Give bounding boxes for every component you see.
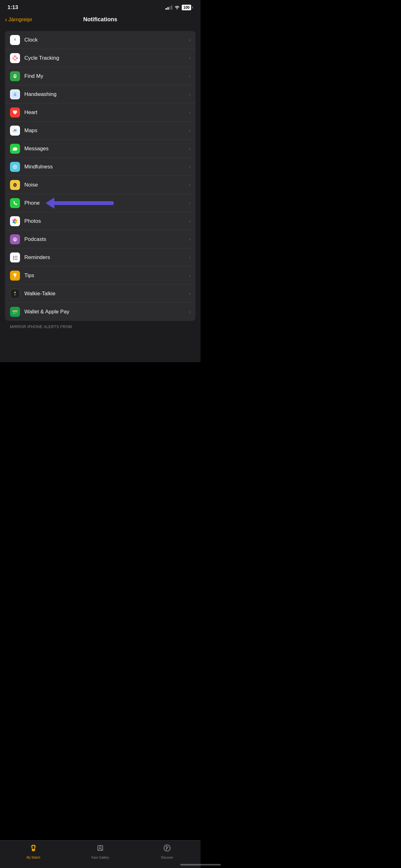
list-item[interactable]: Noise › — [5, 176, 196, 194]
list-item[interactable]: Tips › — [5, 267, 196, 285]
svg-point-11 — [12, 58, 13, 59]
svg-rect-57 — [12, 311, 18, 312]
chevron-right-icon: › — [189, 237, 191, 242]
battery-level: 100 — [182, 5, 191, 10]
list-item[interactable]: Clock › — [5, 31, 196, 49]
maps-app-icon — [10, 126, 20, 135]
svg-rect-24 — [11, 199, 19, 207]
list-item[interactable]: Heart › — [5, 103, 196, 122]
messages-app-icon — [10, 144, 20, 154]
chevron-right-icon: › — [189, 273, 191, 278]
item-label: Messages — [24, 146, 189, 152]
list-item[interactable]: Maps › — [5, 122, 196, 140]
item-label: Clock — [24, 37, 189, 43]
chevron-right-icon: › — [189, 182, 191, 188]
item-label: Tips — [24, 273, 189, 279]
list-item[interactable]: Wallet & Apple Pay › — [5, 303, 196, 321]
svg-point-37 — [13, 257, 14, 258]
item-label: Handwashing — [24, 91, 189, 97]
svg-line-47 — [13, 273, 14, 274]
chevron-right-icon: › — [189, 146, 191, 152]
wallet-app-icon — [10, 307, 20, 317]
item-label: Photos — [24, 218, 189, 224]
item-label: Mindfulness — [24, 164, 189, 170]
wifi-icon — [174, 5, 180, 10]
clock-app-icon — [10, 35, 20, 45]
chevron-right-icon: › — [189, 291, 191, 297]
tips-app-icon — [10, 271, 20, 281]
phone-list-item[interactable]: Phone › — [5, 194, 196, 212]
item-label: Wallet & Apple Pay — [24, 309, 189, 315]
item-label: Heart — [24, 110, 189, 116]
battery-indicator: 100 — [182, 5, 193, 10]
mindfulness-app-icon — [10, 162, 20, 172]
signal-bars-icon — [166, 5, 172, 10]
svg-point-14 — [15, 75, 15, 76]
chevron-right-icon: › — [189, 73, 191, 79]
back-label: Járngreipr — [8, 17, 32, 23]
svg-point-4 — [15, 39, 15, 40]
svg-rect-52 — [14, 295, 16, 296]
notifications-list: Clock › Cycle Tracking — [5, 31, 196, 321]
item-label: Maps — [24, 127, 189, 134]
item-label: Podcasts — [24, 236, 189, 243]
svg-point-22 — [15, 166, 15, 167]
chevron-right-icon: › — [189, 110, 191, 115]
svg-rect-50 — [14, 292, 16, 293]
list-item[interactable]: Find My › — [5, 67, 196, 85]
noise-app-icon — [10, 180, 20, 190]
list-item[interactable]: Handwashing › — [5, 85, 196, 103]
list-item[interactable]: Reminders › — [5, 248, 196, 267]
item-label: Phone — [24, 200, 189, 206]
svg-rect-34 — [11, 254, 19, 261]
chevron-right-icon: › — [189, 37, 191, 43]
list-item[interactable]: Messages › — [5, 140, 196, 158]
chevron-right-icon: › — [189, 164, 191, 170]
chevron-right-icon: › — [189, 92, 191, 97]
handwashing-app-icon — [10, 89, 20, 99]
chevron-left-icon: ‹ — [5, 16, 7, 23]
photos-app-icon — [10, 216, 20, 226]
svg-rect-43 — [14, 277, 16, 277]
list-item[interactable]: Mindfulness › — [5, 158, 196, 176]
cycle-tracking-app-icon — [10, 53, 20, 63]
page-title: Notifications — [83, 16, 117, 23]
svg-point-35 — [13, 256, 14, 257]
item-label: Reminders — [24, 254, 189, 260]
list-item[interactable]: Walkie-Talkie › — [5, 285, 196, 303]
back-button[interactable]: ‹ Járngreipr — [5, 16, 32, 23]
item-label: Walkie-Talkie — [24, 290, 189, 297]
mirror-section-label: MIRROR IPHONE ALERTS FROM — [0, 321, 201, 331]
podcasts-app-icon — [10, 234, 20, 244]
status-bar: 1:13 100 — [0, 0, 201, 13]
chevron-right-icon: › — [189, 218, 191, 224]
walkie-talkie-app-icon — [10, 289, 20, 299]
item-label: Cycle Tracking — [24, 55, 189, 61]
item-label: Noise — [24, 182, 189, 188]
status-icons: 100 — [166, 5, 193, 10]
chevron-right-icon: › — [189, 200, 191, 206]
phone-app-icon — [10, 198, 20, 208]
chevron-right-icon: › — [189, 309, 191, 315]
chevron-right-icon: › — [189, 128, 191, 133]
list-item[interactable]: Podcasts › — [5, 230, 196, 248]
svg-rect-44 — [15, 277, 15, 278]
list-item[interactable]: Cycle Tracking › — [5, 49, 196, 67]
item-label: Find My — [24, 73, 189, 80]
heart-app-icon — [10, 107, 20, 118]
list-item[interactable]: Photos › — [5, 212, 196, 230]
svg-point-33 — [14, 239, 15, 240]
findmy-app-icon — [10, 71, 20, 81]
svg-point-51 — [14, 294, 16, 295]
chevron-right-icon: › — [189, 255, 191, 260]
svg-point-8 — [14, 55, 15, 57]
svg-point-9 — [16, 58, 18, 59]
svg-point-39 — [13, 259, 14, 260]
nav-header: ‹ Járngreipr Notifications — [0, 13, 201, 28]
status-time: 1:13 — [7, 4, 18, 11]
chevron-right-icon: › — [189, 55, 191, 61]
svg-rect-12 — [11, 72, 19, 80]
svg-point-10 — [14, 59, 15, 61]
reminders-app-icon — [10, 252, 20, 262]
svg-line-46 — [16, 273, 16, 274]
